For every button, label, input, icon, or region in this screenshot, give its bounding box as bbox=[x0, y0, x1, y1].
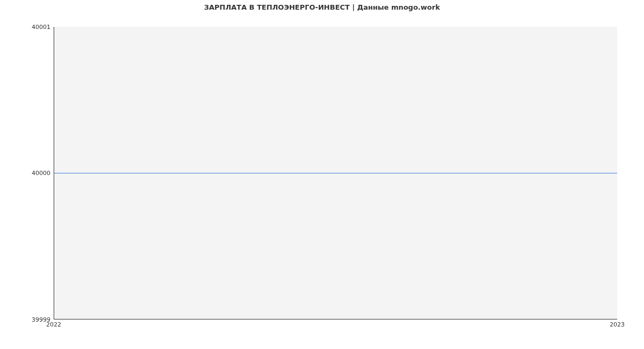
x-tick-label: 2023 bbox=[610, 321, 625, 328]
series-line bbox=[54, 173, 617, 173]
x-tick-label: 2022 bbox=[46, 321, 61, 328]
y-tick-label: 40000 bbox=[32, 170, 50, 177]
salary-chart: ЗАРПЛАТА В ТЕПЛОЭНЕРГО-ИНВЕСТ | Данные m… bbox=[0, 0, 644, 349]
plot-area bbox=[54, 27, 617, 319]
chart-title: ЗАРПЛАТА В ТЕПЛОЭНЕРГО-ИНВЕСТ | Данные m… bbox=[0, 3, 644, 11]
y-tick-label: 40001 bbox=[32, 24, 50, 31]
